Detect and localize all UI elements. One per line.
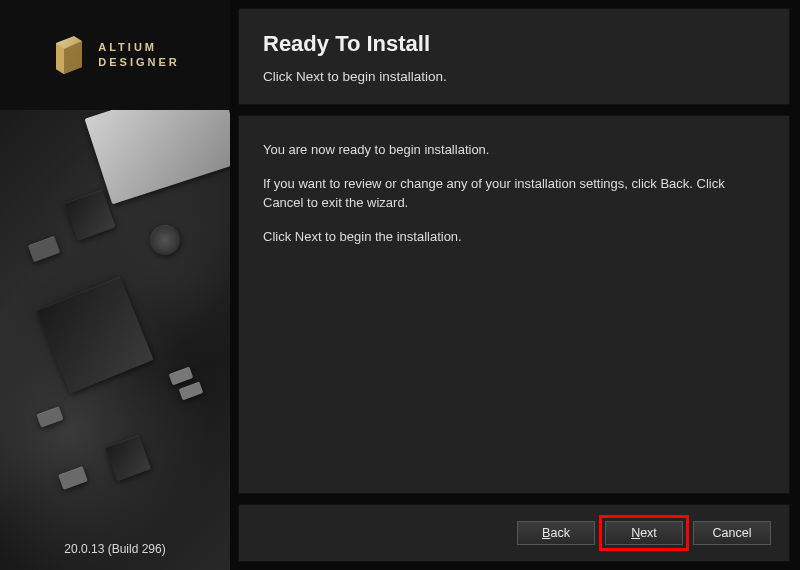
next-button-wrapper: Next [605, 521, 683, 545]
pcb-component-icon [85, 110, 230, 204]
page-title: Ready To Install [263, 31, 765, 57]
brand-name: ALTIUM DESIGNER [98, 40, 179, 71]
pcb-component-icon [36, 406, 63, 427]
next-button[interactable]: Next [605, 521, 683, 545]
brand-line-1: ALTIUM [98, 40, 179, 55]
pcb-component-icon [146, 221, 184, 259]
next-button-label-rest: ext [640, 526, 657, 540]
back-button-label-rest: ack [550, 526, 569, 540]
brand-line-2: DESIGNER [98, 55, 179, 70]
page-subtitle: Click Next to begin installation. [263, 69, 765, 84]
pcb-component-icon [179, 382, 204, 401]
pcb-component-icon [58, 466, 88, 490]
body-panel: You are now ready to begin installation.… [238, 115, 790, 494]
cancel-button-label: Cancel [713, 526, 752, 540]
body-text-1: You are now ready to begin installation. [263, 140, 765, 160]
body-text-3: Click Next to begin the installation. [263, 227, 765, 247]
header-panel: Ready To Install Click Next to begin ins… [238, 8, 790, 105]
pcb-component-icon [105, 435, 151, 481]
footer-panel: Back Next Cancel [238, 504, 790, 562]
main-content: Ready To Install Click Next to begin ins… [230, 0, 800, 570]
pcb-component-icon [169, 367, 194, 386]
installer-window: ALTIUM DESIGNER 20.0.13 (Build 296) Read… [0, 0, 800, 570]
pcb-component-icon [28, 236, 60, 262]
pcb-component-icon [64, 189, 115, 240]
brand-logo: ALTIUM DESIGNER [0, 0, 230, 110]
pcb-component-icon [36, 276, 153, 393]
back-button[interactable]: Back [517, 521, 595, 545]
next-button-mnemonic: N [631, 526, 640, 540]
sidebar-pcb-image: 20.0.13 (Build 296) [0, 110, 230, 570]
version-label: 20.0.13 (Build 296) [0, 542, 230, 556]
sidebar: ALTIUM DESIGNER 20.0.13 (Build 296) [0, 0, 230, 570]
body-text-2: If you want to review or change any of y… [263, 174, 765, 213]
altium-logo-icon [50, 33, 88, 77]
cancel-button[interactable]: Cancel [693, 521, 771, 545]
